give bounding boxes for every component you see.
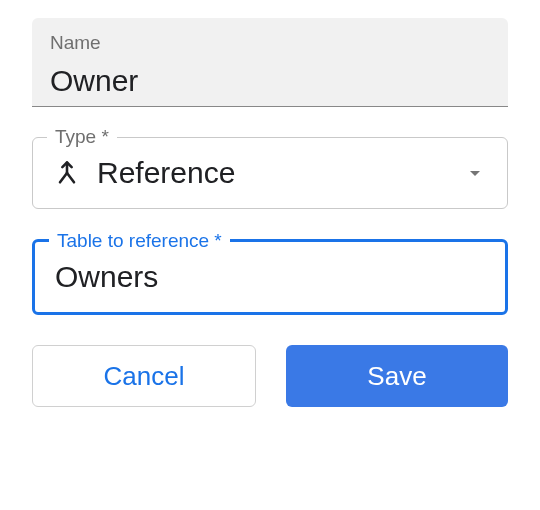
name-input[interactable]: Name Owner	[32, 18, 508, 107]
type-value: Reference	[97, 156, 447, 190]
type-select[interactable]: Type * Reference	[32, 137, 508, 209]
chevron-down-icon	[463, 161, 487, 185]
table-reference-select[interactable]: Table to reference * Owners	[32, 239, 508, 315]
name-value: Owner	[50, 64, 490, 98]
type-label: Type *	[47, 126, 117, 148]
save-button[interactable]: Save	[286, 345, 508, 407]
merge-icon	[53, 159, 81, 187]
table-reference-value: Owners	[55, 260, 485, 294]
name-label: Name	[50, 32, 490, 54]
button-row: Cancel Save	[32, 345, 508, 407]
table-reference-label: Table to reference *	[49, 230, 230, 252]
cancel-button[interactable]: Cancel	[32, 345, 256, 407]
